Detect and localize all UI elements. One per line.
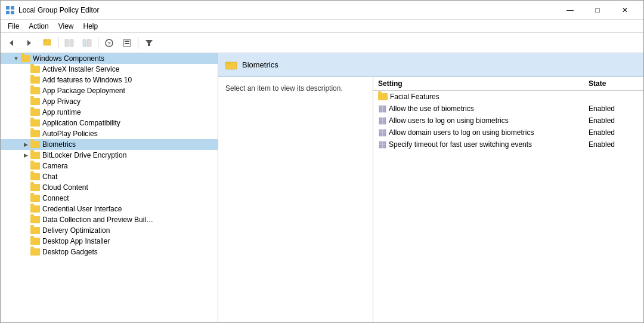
tree-item-app-compat[interactable]: Application Compatibility bbox=[1, 118, 218, 128]
svg-rect-21 bbox=[383, 106, 386, 109]
right-panel: Biometrics Select an item to view its de… bbox=[218, 53, 643, 322]
expand-arrow-biometrics: ▶ bbox=[22, 141, 29, 148]
folder-icon-credential-ui bbox=[30, 205, 40, 213]
svg-rect-32 bbox=[379, 141, 382, 144]
menu-help[interactable]: Help bbox=[79, 21, 103, 32]
svg-rect-3 bbox=[11, 11, 14, 14]
tree-item-windows-components[interactable]: ▼ Windows Components bbox=[1, 53, 218, 64]
tree-label-cloud-content: Cloud Content bbox=[42, 183, 88, 192]
folder-icon-cloud-content bbox=[30, 184, 40, 191]
svg-rect-34 bbox=[379, 145, 382, 148]
tree-label-desktop-gadgets: Desktop Gadgets bbox=[42, 248, 98, 256]
tree-label-bitlocker: BitLocker Drive Encryption bbox=[42, 151, 126, 159]
right-panel-header: Biometrics bbox=[218, 53, 643, 77]
tree-item-app-runtime[interactable]: App runtime bbox=[1, 107, 218, 118]
tree-item-cloud-content[interactable]: Cloud Content bbox=[1, 182, 218, 193]
svg-rect-25 bbox=[383, 118, 386, 121]
menu-file[interactable]: File bbox=[3, 21, 24, 32]
toolbar-sep-1 bbox=[58, 37, 58, 49]
tree-item-app-privacy[interactable]: App Privacy bbox=[1, 96, 218, 107]
svg-rect-8 bbox=[65, 39, 69, 47]
folder-icon-bitlocker bbox=[30, 152, 40, 159]
minimize-button[interactable]: — bbox=[556, 1, 584, 20]
toolbar-forward[interactable] bbox=[21, 35, 38, 51]
svg-rect-33 bbox=[383, 141, 386, 144]
svg-rect-1 bbox=[11, 6, 14, 10]
description-area: Select an item to view its description. bbox=[218, 77, 373, 322]
tree-item-credential-ui[interactable]: Credential User Interface bbox=[1, 204, 218, 214]
tree-item-desktop-gadgets[interactable]: Desktop Gadgets bbox=[1, 247, 218, 257]
toolbar-help[interactable]: ? bbox=[101, 35, 117, 51]
table-row[interactable]: Facial Features bbox=[373, 91, 643, 103]
folder-icon-connect bbox=[30, 195, 40, 202]
tree-label-autoplay: AutoPlay Policies bbox=[42, 130, 98, 138]
col-setting: Setting bbox=[373, 77, 584, 91]
svg-rect-27 bbox=[383, 121, 386, 124]
table-row[interactable]: Allow domain users to log on using biome… bbox=[373, 127, 643, 139]
tree-label-desktop-app: Desktop App Installer bbox=[42, 237, 110, 245]
close-button[interactable]: ✕ bbox=[611, 1, 639, 20]
tree-panel: ▼ Windows Components ActiveX Installer S… bbox=[1, 53, 218, 322]
tree-item-bitlocker[interactable]: ▶ BitLocker Drive Encryption bbox=[1, 150, 218, 161]
tree-item-delivery-opt[interactable]: Delivery Optimization bbox=[1, 225, 218, 236]
table-row[interactable]: Allow the use of biometrics Enabled bbox=[373, 103, 643, 115]
menu-action[interactable]: Action bbox=[24, 21, 53, 32]
toolbar-up[interactable] bbox=[39, 35, 55, 51]
setting-name-allow-domain: Allow domain users to log on using biome… bbox=[373, 127, 584, 139]
tree-label-delivery-opt: Delivery Optimization bbox=[42, 226, 110, 235]
folder-icon-data-collection bbox=[30, 216, 40, 223]
svg-rect-2 bbox=[6, 11, 10, 14]
menu-view[interactable]: View bbox=[54, 21, 79, 32]
tree-item-connect[interactable]: Connect bbox=[1, 193, 218, 204]
table-row[interactable]: Allow users to log on using biometrics E… bbox=[373, 115, 643, 127]
setting-name-facial: Facial Features bbox=[373, 91, 584, 103]
folder-icon-autoplay bbox=[30, 130, 40, 137]
toolbar-properties[interactable] bbox=[119, 35, 135, 51]
tree-label-activex: ActiveX Installer Service bbox=[42, 65, 119, 73]
tree-item-activex[interactable]: ActiveX Installer Service bbox=[1, 64, 218, 75]
tree-item-desktop-app[interactable]: Desktop App Installer bbox=[1, 236, 218, 247]
svg-rect-0 bbox=[6, 6, 10, 10]
menu-bar: File Action View Help bbox=[1, 20, 643, 33]
setting-state-allow-biometrics: Enabled bbox=[584, 103, 643, 115]
title-bar: Local Group Policy Editor — □ ✕ bbox=[1, 1, 643, 20]
table-row[interactable]: Specify timeout for fast user switching … bbox=[373, 139, 643, 150]
tree-label-app-privacy: App Privacy bbox=[42, 97, 80, 106]
expand-arrow-bitlocker: ▶ bbox=[22, 152, 29, 159]
folder-icon-desktop-gadgets bbox=[30, 248, 40, 256]
folder-icon-camera bbox=[30, 162, 40, 170]
setting-icon-allow-domain bbox=[378, 128, 386, 137]
svg-rect-24 bbox=[379, 118, 382, 121]
toolbar-show-hide[interactable] bbox=[61, 35, 78, 51]
tree-label-biometrics: Biometrics bbox=[42, 140, 76, 149]
toolbar-extended[interactable] bbox=[79, 35, 95, 51]
svg-rect-15 bbox=[125, 41, 129, 42]
tree-item-chat[interactable]: Chat bbox=[1, 171, 218, 182]
folder-icon-biometrics bbox=[30, 141, 40, 148]
tree-item-add-features[interactable]: Add features to Windows 10 bbox=[1, 75, 218, 85]
tree-label-camera: Camera bbox=[42, 162, 68, 170]
window-title: Local Group Policy Editor bbox=[18, 6, 556, 14]
tree-label-credential-ui: Credential User Interface bbox=[42, 205, 122, 213]
setting-icon-allow-biometrics bbox=[378, 104, 386, 113]
tree-item-data-collection[interactable]: Data Collection and Preview Buil… bbox=[1, 214, 218, 225]
tree-label-windows-components: Windows Components bbox=[33, 54, 104, 63]
settings-table: Setting State Facial Features bbox=[373, 77, 643, 150]
toolbar-back[interactable] bbox=[3, 35, 20, 51]
tree-label-chat: Chat bbox=[42, 173, 57, 181]
tree-item-autoplay[interactable]: AutoPlay Policies bbox=[1, 128, 218, 139]
toolbar-sep-2 bbox=[98, 37, 98, 49]
toolbar: ? bbox=[1, 33, 643, 53]
tree-item-biometrics[interactable]: ▶ Biometrics bbox=[1, 139, 218, 150]
folder-icon-app-privacy bbox=[30, 98, 40, 105]
svg-rect-9 bbox=[70, 39, 73, 47]
folder-icon-app-compat bbox=[30, 119, 40, 127]
tree-item-camera[interactable]: Camera bbox=[1, 161, 218, 171]
app-icon bbox=[5, 5, 15, 15]
tree-item-app-package[interactable]: App Package Deployment bbox=[1, 85, 218, 96]
setting-state-allow-domain: Enabled bbox=[584, 127, 643, 139]
main-content: ▼ Windows Components ActiveX Installer S… bbox=[1, 53, 643, 322]
setting-state-specify-timeout: Enabled bbox=[584, 139, 643, 150]
maximize-button[interactable]: □ bbox=[584, 1, 611, 20]
toolbar-filter[interactable] bbox=[141, 35, 157, 51]
